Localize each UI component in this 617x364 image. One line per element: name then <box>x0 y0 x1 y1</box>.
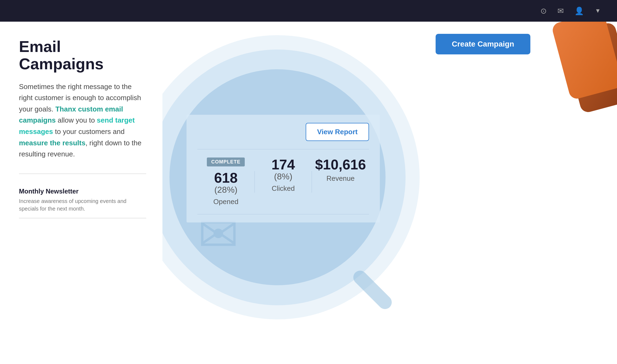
navbar-icons: ⊙ ✉ 👤 ▼ <box>540 6 601 15</box>
navbar: ⊙ ✉ 👤 ▼ <box>0 0 617 22</box>
orange-decoration <box>549 22 617 124</box>
opened-pct: (28%) <box>197 185 254 195</box>
main-content: Email Campaigns Sometimes the right mess… <box>0 22 617 364</box>
clicked-count: 174 <box>255 158 312 172</box>
stat-opened: COMPLETE 618 (28%) Opened <box>197 158 254 206</box>
campaign-description: Increase awareness of upcoming events an… <box>19 197 146 212</box>
divider-bottom <box>197 214 369 214</box>
description-text-2: allow you to <box>56 116 97 124</box>
list-item: Monthly Newsletter Increase awareness of… <box>19 182 146 218</box>
status-badge: COMPLETE <box>207 158 245 166</box>
stat-revenue: $10,616 Revenue <box>312 158 369 183</box>
magnifying-glass-viz: ✉ View Report COMPLETE 618 (28%) Opened <box>162 35 420 319</box>
status-badge-container: COMPLETE <box>197 158 254 171</box>
page-title: Email Campaigns <box>19 38 146 73</box>
view-report-button[interactable]: View Report <box>306 123 369 141</box>
clicked-label: Clicked <box>255 184 312 193</box>
campaign-list: Monthly Newsletter Increase awareness of… <box>19 173 146 218</box>
messages-icon[interactable]: ✉ <box>557 6 564 15</box>
data-panel: View Report COMPLETE 618 (28%) Opened <box>187 115 380 222</box>
opened-count: 618 <box>197 171 254 185</box>
highlight-measure: measure the results <box>19 139 86 147</box>
stats-row: COMPLETE 618 (28%) Opened 174 (8%) Click… <box>197 158 369 206</box>
chevron-down-icon[interactable]: ▼ <box>595 7 601 14</box>
stat-clicked: 174 (8%) Clicked <box>255 158 312 193</box>
right-panel: Create Campaign ✉ View Report COMPLETE <box>162 22 617 364</box>
description-text-3: to your customers and <box>53 127 125 136</box>
create-campaign-button[interactable]: Create Campaign <box>436 34 530 54</box>
user-icon[interactable]: 👤 <box>574 6 584 15</box>
left-panel: Email Campaigns Sometimes the right mess… <box>0 22 162 364</box>
revenue-amount: $10,616 <box>312 158 369 172</box>
settings-icon[interactable]: ⊙ <box>540 6 547 15</box>
revenue-label: Revenue <box>312 174 369 183</box>
campaign-name: Monthly Newsletter <box>19 188 146 195</box>
divider-top <box>197 149 369 149</box>
orange-shape-front <box>551 22 617 100</box>
clicked-pct: (8%) <box>255 172 312 182</box>
page-description: Sometimes the right message to the right… <box>19 81 146 160</box>
opened-label: Opened <box>197 198 254 206</box>
